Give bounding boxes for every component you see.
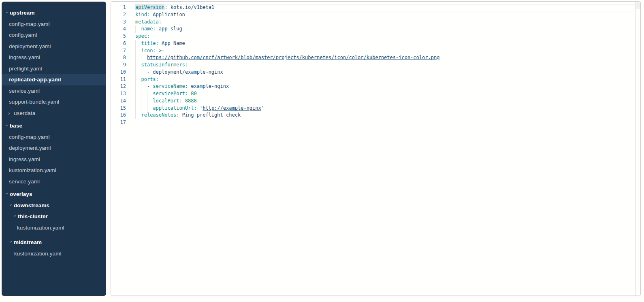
code-token <box>135 62 141 68</box>
tree-label: overlays <box>10 191 32 197</box>
code-line[interactable]: 2kind: Application <box>111 11 635 19</box>
code-token: serviceName: <box>153 83 188 89</box>
chevron-right-icon[interactable]: › <box>8 111 14 116</box>
indent-guide <box>135 98 136 105</box>
tree-label: this-cluster <box>18 213 48 219</box>
tree-file-config-yaml[interactable]: config.yaml <box>2 30 106 41</box>
code-link[interactable]: https://github.com/cncf/artwork/blob/mas… <box>147 55 439 60</box>
code-token: applicationUrl: <box>153 105 196 111</box>
indent-guide <box>135 112 136 119</box>
line-number: 13 <box>111 90 126 98</box>
code-text: name: app-slug <box>126 26 182 33</box>
tree-file-config-map-yaml[interactable]: config-map.yaml <box>2 19 106 30</box>
chevron-down-icon[interactable]: › <box>4 191 10 197</box>
tree-file-service-yaml[interactable]: service.yaml <box>2 85 106 97</box>
line-number: 15 <box>111 105 126 112</box>
code-token: - <box>147 83 153 89</box>
tree-file-preflight-yaml[interactable]: preflight.yaml <box>2 63 106 74</box>
current-line-ruler-marker <box>636 2 640 9</box>
code-line[interactable]: 9 statusInformers: <box>111 62 635 69</box>
line-number: 12 <box>111 83 126 90</box>
code-text: spec: <box>126 33 150 40</box>
tree-file-kustomization-yaml[interactable]: kustomization.yaml <box>2 248 106 259</box>
code-link[interactable]: http://example-nginx <box>203 105 261 111</box>
code-token: releaseNotes: <box>141 112 179 118</box>
code-token: app-slug <box>159 26 182 32</box>
code-line[interactable]: 14 localPort: 8888 <box>111 98 635 105</box>
line-number: 2 <box>111 11 126 19</box>
line-number: 4 <box>111 26 126 33</box>
tree-folder-midstream[interactable]: ›midstream <box>2 237 106 248</box>
tree-label: userdata <box>14 110 35 116</box>
code-area[interactable]: 1apiVersion: kots.io/v1beta12kind: Appli… <box>111 2 635 296</box>
overview-ruler[interactable] <box>635 2 640 296</box>
code-text: metadata: <box>126 19 162 26</box>
code-text: localPort: 8888 <box>126 98 197 105</box>
code-line[interactable]: 16 releaseNotes: Ping preflight check <box>111 112 635 119</box>
tree-label: service.yaml <box>9 179 40 185</box>
tree-label: support-bundle.yaml <box>9 99 59 105</box>
tree-label: config-map.yaml <box>9 21 50 27</box>
tree-file-ingress-yaml[interactable]: ingress.yaml <box>2 154 106 165</box>
tree-label: service.yaml <box>9 88 40 94</box>
tree-folder-downstreams[interactable]: ›downstreams <box>2 200 106 211</box>
tree-file-kustomization-yaml[interactable]: kustomization.yaml <box>2 222 106 234</box>
tree-folder-this-cluster[interactable]: ›this-cluster <box>2 211 106 222</box>
chevron-down-icon[interactable]: › <box>4 10 10 15</box>
tree-file-deployment-yaml[interactable]: deployment.yaml <box>2 142 106 154</box>
chevron-down-icon[interactable]: › <box>4 123 10 128</box>
code-token <box>135 91 153 96</box>
indent-guide <box>135 105 136 112</box>
tree-folder-base[interactable]: ›base <box>2 120 106 132</box>
code-token: 8888 <box>185 98 197 104</box>
tree-file-service-yaml[interactable]: service.yaml <box>2 176 106 187</box>
tree-label: deployment.yaml <box>9 43 51 49</box>
indent-guide <box>135 26 136 33</box>
code-line[interactable]: 8 https://github.com/cncf/artwork/blob/m… <box>111 54 635 62</box>
indent-guide <box>141 90 141 98</box>
tree-file-replicated-app-yaml[interactable]: replicated-app.yaml <box>2 74 106 85</box>
tree-label: upstream <box>10 10 35 16</box>
code-editor-panel[interactable]: 1apiVersion: kots.io/v1beta12kind: Appli… <box>111 1 641 296</box>
tree-file-support-bundle-yaml[interactable]: support-bundle.yaml <box>2 96 106 108</box>
code-token <box>135 77 141 82</box>
indent-guide <box>141 69 141 76</box>
code-line[interactable]: 7 icon: >- <box>111 47 635 55</box>
tree-folder-userdata[interactable]: ›userdata <box>2 108 106 119</box>
code-line[interactable]: 4 name: app-slug <box>111 26 635 33</box>
code-line[interactable]: 5spec: <box>111 33 635 40</box>
code-line[interactable]: 10 - deployment/example-nginx <box>111 69 635 76</box>
code-line[interactable]: 6 title: App Name <box>111 40 635 47</box>
tree-folder-overlays[interactable]: ›overlays <box>2 189 106 200</box>
code-line[interactable]: 17 <box>111 119 635 126</box>
tree-file-ingress-yaml[interactable]: ingress.yaml <box>2 52 106 63</box>
code-token <box>156 48 159 53</box>
code-line[interactable]: 13 servicePort: 80 <box>111 90 635 98</box>
line-number: 5 <box>111 33 126 40</box>
tree-file-deployment-yaml[interactable]: deployment.yaml <box>2 41 106 52</box>
code-token: 80 <box>191 91 196 96</box>
code-token <box>135 112 141 118</box>
chevron-down-icon[interactable]: › <box>9 202 14 208</box>
line-number: 11 <box>111 76 126 83</box>
code-line[interactable]: 15 applicationUrl: 'http://example-nginx… <box>111 105 635 112</box>
line-number: 9 <box>111 62 126 69</box>
code-line[interactable]: 11 ports: <box>111 76 635 83</box>
code-line[interactable]: 3metadata: <box>111 19 635 26</box>
tree-folder-upstream[interactable]: ›upstream <box>2 7 106 19</box>
indent-guide <box>135 83 136 90</box>
chevron-down-icon[interactable]: › <box>9 239 14 245</box>
code-line[interactable]: 12 - serviceName: example-nginx <box>111 83 635 90</box>
code-line[interactable]: 1apiVersion: kots.io/v1beta1 <box>111 4 635 11</box>
line-number: 10 <box>111 69 126 76</box>
tree-file-kustomization-yaml[interactable]: kustomization.yaml <box>2 165 106 176</box>
code-text: releaseNotes: Ping preflight check <box>126 112 241 119</box>
chevron-down-icon[interactable]: › <box>13 213 18 219</box>
code-text: https://github.com/cncf/artwork/blob/mas… <box>126 54 439 62</box>
line-number: 14 <box>111 98 126 105</box>
indent-guide <box>135 90 136 98</box>
tree-file-config-map-yaml[interactable]: config-map.yaml <box>2 132 106 143</box>
tree-label: replicated-app.yaml <box>9 77 61 83</box>
code-token: example-nginx <box>191 83 229 89</box>
file-tree-sidebar: ›upstreamconfig-map.yamlconfig.yamldeplo… <box>2 2 106 296</box>
